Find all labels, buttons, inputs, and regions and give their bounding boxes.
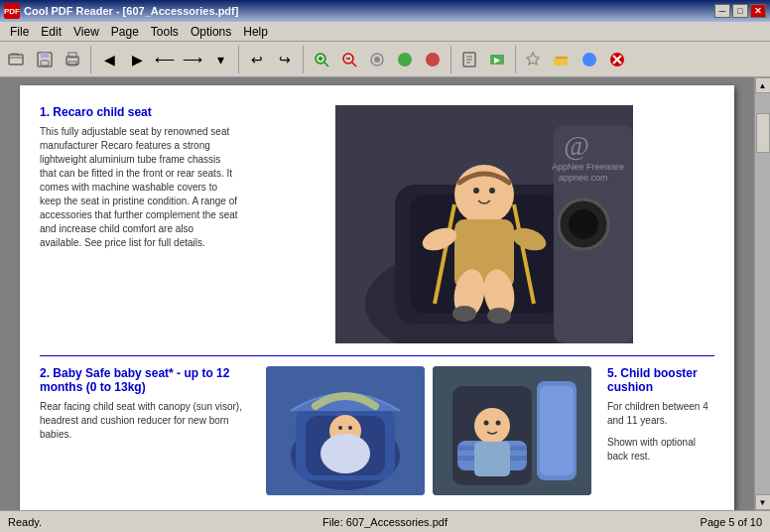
- toolbar-tools[interactable]: [521, 47, 547, 72]
- section2-image: [266, 366, 425, 495]
- section2-title: 2. Baby Safe baby seat* - up to 12 month…: [40, 366, 258, 394]
- window-title: Cool PDF Reader - [607_Accessories.pdf]: [24, 5, 714, 17]
- menu-help[interactable]: Help: [237, 23, 274, 41]
- toolbar-circle2[interactable]: [420, 47, 446, 72]
- svg-point-55: [338, 426, 342, 430]
- toolbar: ◀ ▶ ⟵ ⟶ ▾ ↩ ↪ ▶: [0, 42, 770, 77]
- svg-rect-2: [41, 53, 49, 58]
- svg-text:@: @: [564, 130, 589, 161]
- toolbar-folder[interactable]: [549, 47, 575, 72]
- status-page: Page 5 of 10: [574, 516, 762, 528]
- section1-title: 1. Recaro child seat: [40, 105, 238, 119]
- menu-page[interactable]: Page: [105, 23, 145, 41]
- title-bar: PDF Cool PDF Reader - [607_Accessories.p…: [0, 0, 770, 22]
- toolbar-circle-blue[interactable]: [577, 47, 602, 72]
- bottom-section: 2. Baby Safe baby seat* - up to 12 month…: [40, 366, 714, 495]
- svg-point-46: [569, 209, 598, 239]
- toolbar-print[interactable]: [60, 47, 85, 72]
- section5-image: [433, 366, 591, 495]
- svg-point-16: [398, 53, 412, 66]
- app-icon: PDF: [4, 3, 20, 19]
- section2-text: 2. Baby Safe baby seat* - up to 12 month…: [40, 366, 258, 495]
- toolbar-forward[interactable]: ▶: [124, 47, 150, 72]
- svg-point-63: [474, 408, 510, 444]
- menu-tools[interactable]: Tools: [145, 23, 185, 41]
- scroll-down-button[interactable]: ▼: [755, 494, 771, 510]
- svg-rect-3: [41, 61, 49, 66]
- svg-rect-24: [554, 59, 568, 66]
- toolbar-navigate[interactable]: ▶: [484, 47, 510, 72]
- top-section: 1. Recaro child seat This fully adjustab…: [40, 105, 714, 343]
- toolbar-separator-1: [90, 46, 91, 73]
- pdf-page: 1. Recaro child seat This fully adjustab…: [20, 85, 734, 510]
- status-bar: Ready. File: 607_Accessories.pdf Page 5 …: [0, 510, 770, 532]
- section1-body: This fully adjustable seat by renowned s…: [40, 125, 238, 250]
- menu-view[interactable]: View: [67, 23, 105, 41]
- svg-point-35: [473, 188, 479, 194]
- main-area: 1. Recaro child seat This fully adjustab…: [0, 77, 770, 510]
- scroll-thumb[interactable]: [756, 113, 770, 153]
- toolbar-redo[interactable]: ↪: [272, 47, 298, 72]
- toolbar-page[interactable]: [456, 47, 482, 72]
- svg-rect-66: [474, 442, 510, 476]
- close-button[interactable]: ✕: [750, 4, 766, 18]
- section5-body2: Shown with optional back rest.: [607, 436, 714, 464]
- svg-rect-68: [540, 386, 574, 475]
- status-filename: File: 607_Accessories.pdf: [196, 516, 574, 528]
- section1-text: 1. Recaro child seat This fully adjustab…: [40, 105, 238, 343]
- svg-point-36: [489, 188, 495, 194]
- window-controls: ─ □ ✕: [714, 4, 766, 18]
- scroll-up-button[interactable]: ▲: [755, 77, 771, 93]
- menu-edit[interactable]: Edit: [35, 23, 67, 41]
- scrollbar[interactable]: ▲ ▼: [754, 77, 770, 510]
- section5-title: 5. Child booster cushion: [607, 366, 714, 394]
- toolbar-save[interactable]: [32, 47, 58, 72]
- toolbar-undo[interactable]: ↩: [244, 47, 270, 72]
- svg-point-57: [321, 434, 370, 473]
- svg-point-43: [487, 308, 511, 324]
- maximize-button[interactable]: □: [732, 4, 748, 18]
- svg-text:▶: ▶: [494, 56, 501, 65]
- toolbar-back[interactable]: ◀: [96, 47, 122, 72]
- toolbar-next[interactable]: ⟶: [180, 47, 205, 72]
- toolbar-separator-2: [238, 46, 239, 73]
- svg-rect-0: [9, 55, 23, 65]
- section5-text: 5. Child booster cushion For children be…: [599, 366, 714, 495]
- svg-point-65: [496, 421, 501, 426]
- menu-bar: File Edit View Page Tools Options Help: [0, 22, 770, 42]
- svg-text:AppNee Freeware: AppNee Freeware: [552, 162, 624, 172]
- divider-1: [40, 355, 714, 356]
- scroll-track[interactable]: [755, 93, 771, 494]
- toolbar-zoom-in[interactable]: [309, 47, 334, 72]
- pdf-view[interactable]: 1. Recaro child seat This fully adjustab…: [0, 77, 754, 510]
- svg-line-10: [324, 63, 328, 66]
- section2-body: Rear facing child seat with canopy (sun …: [40, 400, 258, 442]
- svg-line-13: [352, 63, 356, 66]
- menu-options[interactable]: Options: [185, 23, 237, 41]
- toolbar-separator-4: [450, 46, 451, 73]
- toolbar-dropdown[interactable]: ▾: [207, 47, 233, 72]
- toolbar-fit[interactable]: [364, 47, 390, 72]
- svg-point-56: [348, 426, 352, 430]
- toolbar-zoom-out[interactable]: [336, 47, 362, 72]
- toolbar-separator-5: [515, 46, 516, 73]
- svg-point-15: [374, 57, 380, 63]
- minimize-button[interactable]: ─: [714, 4, 730, 18]
- section5-body1: For children between 4 and 11 years.: [607, 400, 714, 428]
- toolbar-stop[interactable]: [604, 47, 630, 72]
- toolbar-separator-3: [303, 46, 304, 73]
- svg-point-25: [582, 53, 596, 66]
- toolbar-prev[interactable]: ⟵: [152, 47, 178, 72]
- svg-point-17: [426, 53, 440, 66]
- svg-text:appnee.com: appnee.com: [559, 173, 608, 183]
- status-ready: Ready.: [8, 516, 196, 528]
- toolbar-open[interactable]: [4, 47, 30, 72]
- menu-file[interactable]: File: [4, 23, 35, 41]
- toolbar-circle1[interactable]: [392, 47, 418, 72]
- svg-point-64: [484, 421, 489, 426]
- section1-image: @ AppNee Freeware appnee.com: [254, 105, 714, 343]
- svg-point-42: [452, 306, 476, 322]
